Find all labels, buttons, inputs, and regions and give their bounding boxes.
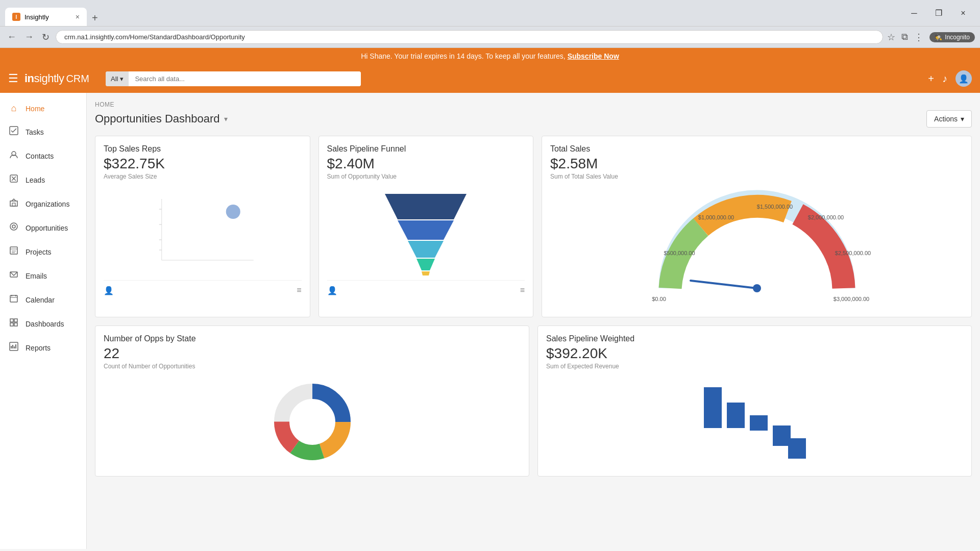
funnel-chart-svg	[380, 189, 472, 276]
total-sales-title: Total Sales	[550, 144, 963, 154]
browser-tabs: I Insightly × +	[5, 0, 102, 26]
new-tab-button[interactable]: +	[88, 10, 102, 26]
svg-text:$3,000,000.00: $3,000,000.00	[833, 296, 869, 302]
waterfall-chart	[546, 376, 963, 468]
incognito-badge: 🕵 Incognito	[929, 32, 975, 42]
browser-actions: ☆ ⧉ ⋮ 🕵 Incognito	[887, 32, 975, 43]
svg-text:$500,000.00: $500,000.00	[664, 250, 695, 256]
notifications-icon[interactable]: ♪	[942, 73, 947, 85]
svg-marker-36	[408, 241, 444, 258]
search-scope-button[interactable]: All ▾	[106, 71, 129, 86]
search-input[interactable]	[129, 71, 361, 86]
search-bar: All ▾	[106, 71, 361, 86]
menu-icon[interactable]: ☰	[8, 72, 18, 85]
sidebar-item-reports[interactable]: Reports	[0, 336, 86, 360]
opps-state-title: Number of Opps by State	[104, 334, 521, 343]
svg-rect-57	[773, 425, 791, 446]
person-icon-2[interactable]: 👤	[327, 286, 337, 295]
svg-text:$1,000,000.00: $1,000,000.00	[698, 214, 733, 220]
emails-icon	[8, 270, 19, 282]
svg-rect-14	[10, 295, 17, 302]
sidebar-item-opportunities[interactable]: Opportunities	[0, 216, 86, 240]
sidebar-label-calendar: Calendar	[26, 296, 55, 304]
top-sales-chart	[104, 186, 302, 278]
svg-point-33	[226, 205, 240, 219]
bookmark-icon[interactable]: ☆	[887, 32, 895, 43]
top-sales-footer: 👤 ≡	[104, 280, 302, 295]
reports-icon	[8, 342, 19, 354]
pipeline-funnel-footer: 👤 ≡	[327, 280, 525, 295]
address-bar[interactable]: crm.na1.insightly.com/Home/StandardDashb…	[56, 30, 883, 44]
dashboard-bottom-row: Number of Opps by State 22 Count of Numb…	[95, 325, 972, 477]
svg-marker-38	[422, 271, 430, 276]
forward-button[interactable]: →	[22, 30, 36, 44]
svg-rect-9	[10, 247, 17, 254]
list-icon-2[interactable]: ≡	[520, 286, 525, 295]
settings-icon[interactable]: ⋮	[914, 32, 923, 43]
restore-button[interactable]: ❐	[927, 6, 950, 21]
browser-chrome: I Insightly × + ─ ❐ ×	[0, 0, 980, 27]
svg-rect-56	[750, 415, 768, 431]
sidebar-label-organizations: Organizations	[26, 200, 69, 208]
subscribe-link[interactable]: Subscribe Now	[568, 52, 619, 60]
svg-marker-35	[398, 220, 454, 240]
active-tab[interactable]: I Insightly ×	[5, 8, 87, 26]
sidebar-label-leads: Leads	[26, 176, 45, 184]
tab-favicon: I	[12, 13, 20, 21]
main-layout: ⌂ Home Tasks Contacts Leads Organizati	[0, 93, 980, 549]
pipeline-weighted-title: Sales Pipeline Weighted	[546, 334, 963, 343]
svg-rect-55	[727, 403, 745, 428]
sidebar-item-home[interactable]: ⌂ Home	[0, 97, 86, 120]
total-sales-value: $2.58M	[550, 156, 963, 172]
contacts-icon	[8, 150, 19, 162]
list-icon[interactable]: ≡	[297, 286, 301, 295]
sidebar-item-emails[interactable]: Emails	[0, 264, 86, 288]
sidebar-item-contacts[interactable]: Contacts	[0, 144, 86, 168]
sidebar-label-home: Home	[26, 105, 44, 113]
pipeline-weighted-subtitle: Sum of Expected Revenue	[546, 363, 963, 370]
top-sales-value: $322.75K	[104, 156, 302, 172]
funnel-chart	[327, 186, 525, 278]
user-avatar[interactable]: 👤	[955, 70, 972, 87]
waterfall-chart-svg	[699, 382, 811, 464]
minimize-button[interactable]: ─	[902, 6, 926, 21]
extensions-icon[interactable]: ⧉	[901, 32, 908, 42]
svg-marker-37	[416, 259, 435, 270]
back-button[interactable]: ←	[5, 30, 18, 44]
sidebar-item-leads[interactable]: Leads	[0, 168, 86, 192]
actions-button[interactable]: Actions ▾	[926, 110, 972, 128]
actions-chevron-icon: ▾	[961, 115, 964, 123]
svg-rect-5	[10, 201, 17, 206]
reload-button[interactable]: ↻	[40, 30, 52, 45]
svg-text:$0.00: $0.00	[652, 296, 666, 302]
page-title-row: Opportunities Dashboard ▾	[95, 112, 228, 126]
opps-by-state-card: Number of Opps by State 22 Count of Numb…	[95, 325, 529, 477]
svg-rect-18	[10, 319, 13, 322]
address-text: crm.na1.insightly.com/Home/StandardDashb…	[64, 33, 245, 41]
add-icon[interactable]: +	[928, 73, 934, 85]
sidebar-item-projects[interactable]: Projects	[0, 240, 86, 264]
sidebar-item-tasks[interactable]: Tasks	[0, 120, 86, 144]
trial-banner: Hi Shane. Your trial expires in 14 days.…	[0, 48, 980, 64]
sidebar-item-organizations[interactable]: Organizations	[0, 192, 86, 216]
person-icon[interactable]: 👤	[104, 286, 114, 295]
sidebar-item-dashboards[interactable]: Dashboards	[0, 312, 86, 336]
close-button[interactable]: ×	[951, 6, 975, 21]
opps-state-subtitle: Count of Number of Opportunities	[104, 363, 521, 370]
svg-point-53	[292, 402, 333, 442]
tab-close-button[interactable]: ×	[76, 13, 80, 21]
crm-label: CRM	[66, 73, 89, 85]
dashboard-top-row: Top Sales Reps $322.75K Average Sales Si…	[95, 136, 972, 317]
leads-icon	[8, 174, 19, 186]
sidebar-label-reports: Reports	[26, 344, 51, 352]
donut-chart	[104, 376, 521, 468]
pipeline-weighted-value: $392.20K	[546, 345, 963, 362]
sidebar-item-calendar[interactable]: Calendar	[0, 288, 86, 312]
window-controls: ─ ❐ ×	[902, 6, 975, 21]
content-area: HOME Opportunities Dashboard ▾ Actions ▾…	[87, 93, 980, 549]
dashboard-dropdown[interactable]: ▾	[224, 115, 228, 123]
page-title: Opportunities Dashboard	[95, 112, 220, 126]
opps-state-value: 22	[104, 345, 521, 362]
top-sales-subtitle: Average Sales Size	[104, 173, 302, 180]
top-sales-chart-svg	[104, 194, 302, 270]
